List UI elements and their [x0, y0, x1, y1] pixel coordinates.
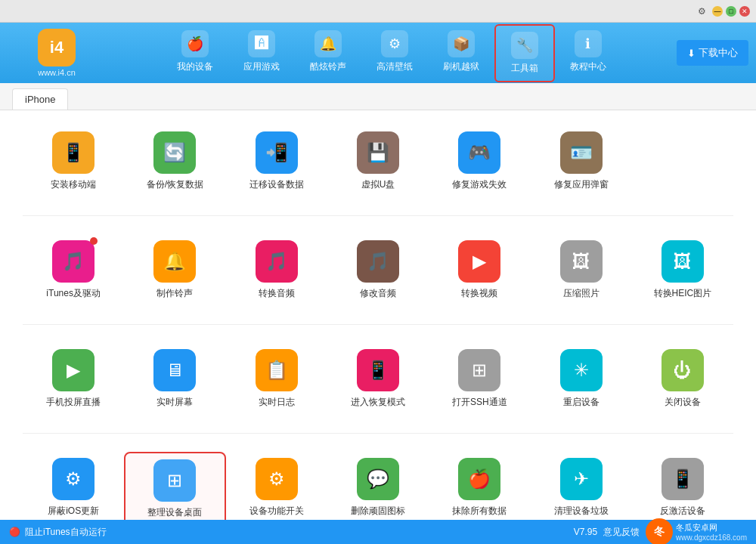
tool-emoji-realtime-screen: 🖥 — [166, 360, 184, 381]
status-right: V7.95 意见反馈 冬 冬瓜安卓网 www.dgxcdz168.com — [574, 518, 747, 544]
nav-item-ringtone[interactable]: 🔔 酷炫铃声 — [295, 24, 361, 82]
tool-item-migrate-data[interactable]: 📲 迁移设备数据 — [226, 125, 327, 197]
tool-item-fix-game[interactable]: 🎮 修复游戏失效 — [429, 125, 530, 197]
nav-item-jailbreak[interactable]: 📦 刷机越狱 — [428, 24, 494, 82]
tool-item-clean-junk[interactable]: ✈ 清理设备垃圾 — [530, 452, 631, 520]
row-divider — [23, 215, 733, 216]
maximize-button[interactable]: □ — [726, 6, 736, 17]
tool-item-realtime-log[interactable]: 📋 实时日志 — [226, 343, 327, 415]
tool-item-device-switch[interactable]: ⚙ 设备功能开关 — [226, 452, 327, 520]
tool-item-install-app[interactable]: 📱 安装移动端 — [23, 125, 124, 197]
tool-item-reboot[interactable]: ✳ 重启设备 — [530, 343, 631, 415]
tool-label-itunes-driver: iTunes及驱动 — [46, 287, 101, 300]
tool-item-phone-screen[interactable]: ▶ 手机投屏直播 — [23, 343, 124, 415]
tool-item-itunes-driver[interactable]: 🎵 iTunes及驱动 — [23, 234, 124, 306]
tool-label-backup-restore: 备份/恢复数据 — [147, 178, 203, 191]
tool-label-phone-screen: 手机投屏直播 — [46, 396, 101, 409]
close-button[interactable]: ✕ — [739, 6, 750, 17]
tool-label-block-ios-update: 屏蔽iOS更新 — [48, 505, 99, 518]
tool-icon-convert-heic: 🖼 — [662, 240, 704, 283]
tool-icon-wipe-data: 🍎 — [458, 458, 500, 500]
download-icon: ⬇ — [687, 48, 696, 59]
tool-icon-recovery-mode: 📱 — [357, 349, 399, 391]
stop-itunes-text: 阻止iTunes自动运行 — [25, 526, 107, 539]
tool-item-delete-icon[interactable]: 💬 删除顽固图标 — [327, 452, 429, 520]
tool-item-make-ringtone[interactable]: 🔔 制作铃声 — [124, 234, 225, 306]
tool-item-convert-heic[interactable]: 🖼 转换HEIC图片 — [632, 234, 733, 306]
watermark: 冬瓜安卓网 www.dgxcdz168.com — [676, 522, 747, 542]
tool-emoji-reboot: ✳ — [574, 360, 589, 381]
tool-item-convert-video[interactable]: ▶ 转换视频 — [429, 234, 530, 306]
tool-item-block-ios-update[interactable]: ⚙ 屏蔽iOS更新 — [23, 452, 124, 520]
tool-item-open-ssh[interactable]: ⊞ 打开SSH通道 — [429, 343, 530, 415]
tool-label-convert-video: 转换视频 — [461, 287, 497, 300]
tool-icon-install-app: 📱 — [52, 131, 94, 174]
tool-label-organize-desktop: 整理设备桌面 — [147, 506, 202, 519]
tool-item-wipe-data[interactable]: 🍎 抹除所有数据 — [429, 452, 530, 520]
tool-icon-shutdown: ⏻ — [662, 349, 704, 391]
logo-icon: i4 — [38, 29, 76, 66]
tool-label-edit-audio: 修改音频 — [360, 287, 396, 300]
main-content: 📱 安装移动端 🔄 备份/恢复数据 📲 迁移设备数据 💾 虚拟U盘 🎮 修复游戏… — [0, 110, 756, 520]
tool-item-backup-restore[interactable]: 🔄 备份/恢复数据 — [124, 125, 225, 197]
tool-item-edit-audio[interactable]: 🎵 修改音频 — [327, 234, 429, 306]
tool-emoji-migrate-data: 📲 — [265, 142, 288, 163]
tool-item-fix-popup[interactable]: 🪪 修复应用弹窗 — [530, 125, 631, 197]
tool-item-organize-desktop[interactable]: ⊞ 整理设备桌面 — [124, 452, 225, 520]
tool-icon-backup-restore: 🔄 — [153, 131, 196, 174]
tool-emoji-virtual-udisk: 💾 — [367, 142, 389, 163]
tool-icon-block-ios-update: ⚙ — [52, 458, 94, 500]
tool-item-compress-photo[interactable]: 🖼 压缩照片 — [530, 234, 631, 306]
tool-grid: 📱 安装移动端 🔄 备份/恢复数据 📲 迁移设备数据 💾 虚拟U盘 🎮 修复游戏… — [23, 125, 733, 520]
gear-icon: ⚙ — [698, 6, 706, 17]
tool-label-open-ssh: 打开SSH通道 — [452, 396, 507, 409]
tool-item-deactivate[interactable]: 📱 反激活设备 — [632, 452, 733, 520]
tool-icon-migrate-data: 📲 — [256, 131, 298, 174]
tool-emoji-convert-heic: 🖼 — [674, 251, 692, 272]
tool-label-reboot: 重启设备 — [563, 396, 600, 409]
tool-item-shutdown[interactable]: ⏻ 关闭设备 — [632, 343, 733, 415]
tool-emoji-convert-audio: 🎵 — [265, 251, 288, 272]
tool-label-delete-icon: 删除顽固图标 — [351, 505, 405, 518]
tool-label-convert-heic: 转换HEIC图片 — [654, 287, 712, 300]
tool-label-fix-game: 修复游戏失效 — [452, 178, 507, 191]
tool-item-realtime-screen[interactable]: 🖥 实时屏幕 — [124, 343, 225, 415]
minimize-button[interactable]: — — [712, 6, 723, 17]
status-left: 🔴 阻止iTunes自动运行 — [9, 526, 107, 539]
download-center-button[interactable]: ⬇ 下载中心 — [677, 40, 748, 66]
nav-item-my-device[interactable]: 🍎 我的设备 — [162, 24, 228, 82]
tool-emoji-deactivate: 📱 — [671, 468, 694, 490]
version-text: V7.95 — [574, 527, 597, 537]
title-bar: ⚙ — □ ✕ — [0, 0, 756, 23]
nav-item-app-game[interactable]: 🅰 应用游戏 — [228, 24, 295, 82]
watermark-logo: 冬 — [646, 518, 673, 544]
nav-label-toolbox: 工具箱 — [511, 62, 538, 75]
tool-label-shutdown: 关闭设备 — [665, 396, 701, 409]
tool-label-make-ringtone: 制作铃声 — [156, 287, 193, 300]
tool-item-recovery-mode[interactable]: 📱 进入恢复模式 — [327, 343, 429, 415]
nav-icon-tutorial: ℹ — [575, 30, 602, 57]
tool-item-virtual-udisk[interactable]: 💾 虚拟U盘 — [327, 125, 429, 197]
nav-label-jailbreak: 刷机越狱 — [443, 60, 479, 73]
logo-url: www.i4.cn — [38, 68, 76, 77]
nav-item-wallpaper[interactable]: ⚙ 高清壁纸 — [361, 24, 428, 82]
feedback-button[interactable]: 意见反馈 — [603, 526, 640, 539]
tool-label-install-app: 安装移动端 — [51, 178, 96, 191]
tool-emoji-delete-icon: 💬 — [367, 468, 389, 490]
tool-emoji-compress-photo: 🖼 — [572, 251, 590, 272]
nav-label-app-game: 应用游戏 — [243, 60, 280, 73]
watermark-url: www.dgxcdz168.com — [676, 533, 747, 542]
tool-emoji-backup-restore: 🔄 — [163, 142, 186, 163]
tool-item-convert-audio[interactable]: 🎵 转换音频 — [226, 234, 327, 306]
nav-icon-my-device: 🍎 — [181, 30, 209, 57]
tool-emoji-realtime-log: 📋 — [265, 360, 288, 381]
nav-item-toolbox[interactable]: 🔧 工具箱 — [494, 24, 555, 82]
tool-emoji-block-ios-update: ⚙ — [65, 468, 82, 490]
tool-icon-edit-audio: 🎵 — [357, 240, 399, 283]
nav-label-wallpaper: 高清壁纸 — [376, 60, 413, 73]
tool-label-deactivate: 反激活设备 — [660, 505, 705, 518]
tool-label-realtime-log: 实时日志 — [259, 396, 295, 409]
nav-item-tutorial[interactable]: ℹ 教程中心 — [555, 24, 621, 82]
iphone-tab[interactable]: iPhone — [12, 88, 68, 110]
tool-emoji-shutdown: ⏻ — [674, 360, 692, 381]
